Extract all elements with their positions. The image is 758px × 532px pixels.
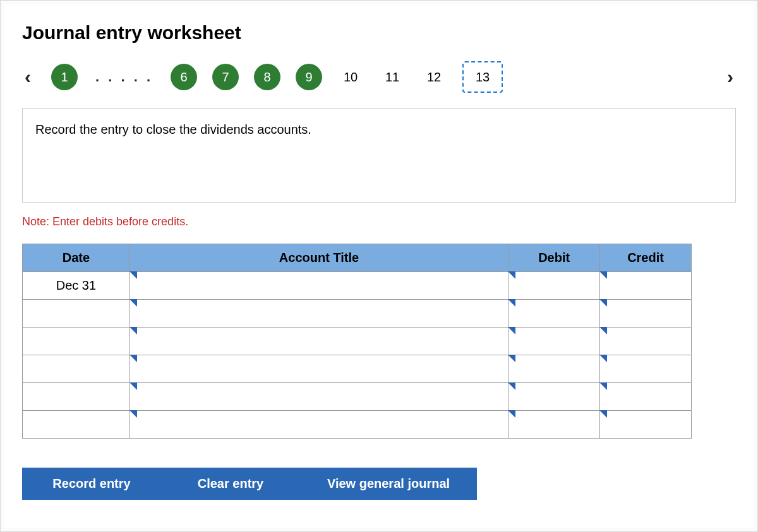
account-cell[interactable] (129, 411, 508, 439)
table-row (23, 383, 692, 411)
debit-cell[interactable] (508, 411, 600, 439)
dropdown-icon (599, 271, 607, 279)
dropdown-icon (599, 355, 607, 362)
dropdown-icon (508, 271, 515, 279)
col-header-debit: Debit (508, 244, 600, 272)
view-journal-button[interactable]: View general journal (300, 468, 477, 500)
step-13[interactable]: 13 (462, 61, 503, 93)
credit-cell[interactable] (600, 272, 692, 300)
debit-cell[interactable] (508, 328, 600, 355)
step-7[interactable]: 7 (212, 64, 239, 90)
dropdown-icon (129, 299, 137, 307)
step-1[interactable]: 1 (51, 64, 78, 90)
debit-cell[interactable] (508, 383, 600, 411)
credit-cell[interactable] (600, 383, 692, 411)
table-row (23, 300, 692, 328)
debit-cell[interactable] (508, 272, 600, 300)
dropdown-icon (129, 410, 137, 418)
table-row (23, 328, 692, 355)
button-row: Record entry Clear entry View general jo… (22, 468, 717, 500)
step-8[interactable]: 8 (254, 64, 280, 90)
date-cell[interactable]: Dec 31 (23, 272, 130, 300)
step-11[interactable]: 11 (379, 64, 406, 90)
account-cell[interactable] (129, 328, 508, 355)
date-cell[interactable] (23, 300, 130, 328)
col-header-date: Date (23, 244, 130, 272)
step-nav: ‹ 1. . . . .678910111213 › (22, 61, 736, 93)
account-cell[interactable] (129, 300, 508, 328)
date-cell[interactable] (23, 411, 130, 439)
dropdown-icon (129, 355, 137, 362)
dropdown-icon (129, 382, 137, 390)
dropdown-icon (508, 410, 515, 418)
record-entry-button[interactable]: Record entry (22, 468, 161, 500)
dropdown-icon (508, 355, 515, 362)
credit-cell[interactable] (600, 300, 692, 328)
account-cell[interactable] (129, 383, 508, 411)
prompt-text: Record the entry to close the dividends … (35, 122, 311, 136)
clear-entry-button[interactable]: Clear entry (161, 468, 300, 500)
step-10[interactable]: 10 (337, 64, 364, 90)
dropdown-icon (508, 382, 515, 390)
dropdown-icon (599, 299, 607, 307)
dropdown-icon (599, 327, 607, 334)
debit-cell[interactable] (508, 300, 600, 328)
step-6[interactable]: 6 (171, 64, 197, 90)
account-cell[interactable] (129, 355, 508, 383)
col-header-credit: Credit (600, 244, 692, 272)
credit-cell[interactable] (600, 355, 692, 383)
nav-prev-icon[interactable]: ‹ (22, 66, 33, 88)
date-cell[interactable] (23, 328, 130, 355)
step-ellipsis: . . . . . (93, 69, 155, 85)
journal-table: Date Account Title Debit Credit Dec 31 (22, 244, 692, 439)
dropdown-icon (599, 410, 607, 418)
credit-cell[interactable] (600, 411, 692, 439)
date-cell[interactable] (23, 383, 130, 411)
debit-cell[interactable] (508, 355, 600, 383)
col-header-account: Account Title (129, 244, 508, 272)
nav-next-icon[interactable]: › (725, 66, 736, 88)
prompt-box: Record the entry to close the dividends … (22, 108, 736, 203)
dropdown-icon (508, 299, 515, 307)
dropdown-icon (129, 271, 137, 279)
table-row (23, 411, 692, 439)
page-title: Journal entry worksheet (22, 22, 736, 44)
dropdown-icon (129, 327, 137, 334)
note-text: Note: Enter debits before credits. (22, 215, 736, 228)
step-9[interactable]: 9 (296, 64, 322, 90)
table-row: Dec 31 (23, 272, 692, 300)
credit-cell[interactable] (600, 328, 692, 355)
date-cell[interactable] (23, 355, 130, 383)
step-12[interactable]: 12 (421, 64, 447, 90)
dropdown-icon (508, 327, 515, 334)
table-row (23, 355, 692, 383)
account-cell[interactable] (129, 272, 508, 300)
dropdown-icon (599, 382, 607, 390)
